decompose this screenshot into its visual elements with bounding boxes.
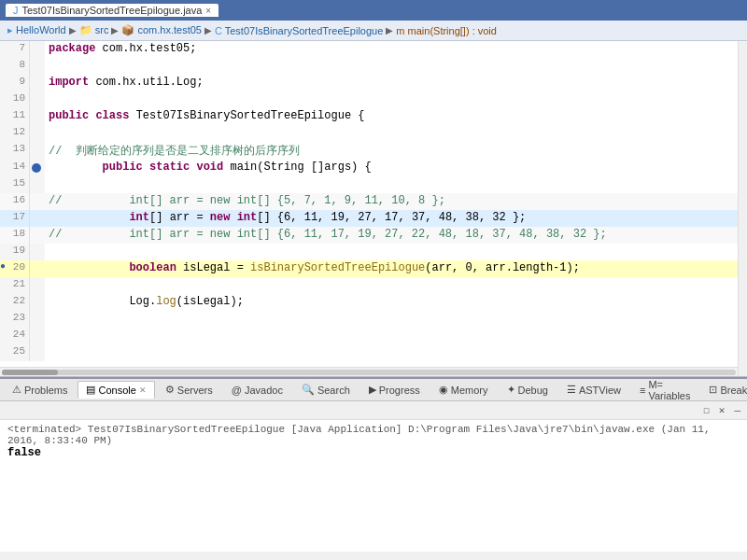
- console-output: <terminated> Test07IsBinarySortedTreeEpi…: [0, 420, 747, 552]
- code-line-12: 12: [0, 125, 747, 142]
- code-line-9: 9 import com.hx.util.Log;: [0, 75, 747, 91]
- code-line-23: 23: [0, 311, 747, 328]
- tab-variables-label: M= Variables: [648, 379, 690, 401]
- tab-search-label: Search: [317, 385, 350, 396]
- tab-search[interactable]: 🔍 Search: [293, 381, 359, 399]
- breadcrumb-project[interactable]: ▸ HelloWorld: [7, 24, 66, 36]
- tab-servers-label: Servers: [177, 385, 213, 396]
- tab-break-label: Break: [720, 385, 747, 396]
- folder-icon: 📁: [79, 24, 92, 35]
- javadoc-icon: @: [232, 385, 242, 396]
- breadcrumb-class[interactable]: C Test07IsBinarySortedTreeEpilogue: [215, 25, 383, 36]
- method-icon: m: [396, 25, 404, 36]
- editor-tab[interactable]: J Test07IsBinarySortedTreeEpilogue.java …: [6, 4, 218, 17]
- tab-variables[interactable]: ≡ M= Variables: [631, 376, 698, 404]
- breadcrumb-method[interactable]: m main(String[]) : void: [396, 25, 497, 36]
- breadcrumb-src[interactable]: 📁 src: [79, 24, 109, 36]
- scrollbar-thumb[interactable]: [2, 370, 58, 375]
- search-icon: 🔍: [302, 384, 315, 396]
- code-line-10: 10: [0, 91, 747, 108]
- tab-astview[interactable]: ☰ ASTView: [558, 381, 629, 399]
- tab-break[interactable]: ⊡ Break: [700, 381, 747, 399]
- servers-icon: ⚙: [165, 384, 175, 396]
- breadcrumb-package[interactable]: 📦 com.hx.test05: [121, 24, 202, 36]
- code-line-14: 14 public static void main(String []args…: [0, 160, 747, 176]
- title-bar: J Test07IsBinarySortedTreeEpilogue.java …: [0, 0, 747, 21]
- bottom-tab-bar: ⚠ Problems ▤ Console ✕ ⚙ Servers @ Javad…: [0, 379, 747, 401]
- code-line-13: 13 // 判断给定的序列是否是二叉排序树的后序序列: [0, 142, 747, 160]
- tab-debug-label: Debug: [518, 385, 548, 396]
- problems-icon: ⚠: [12, 384, 21, 396]
- debug-icon: ✦: [507, 384, 515, 396]
- bottom-panel: ⚠ Problems ▤ Console ✕ ⚙ Servers @ Javad…: [0, 377, 747, 550]
- tab-astview-label: ASTView: [579, 385, 621, 396]
- result-text: false: [7, 446, 41, 459]
- tab-javadoc[interactable]: @ Javadoc: [223, 382, 291, 399]
- close-console-button[interactable]: ✕: [716, 403, 728, 417]
- code-line-16: 16 // int[] arr = new int[] {5, 7, 1, 9,…: [0, 193, 747, 210]
- progress-icon: ▶: [369, 384, 376, 396]
- break-icon: ⊡: [709, 384, 717, 396]
- tab-memory-label: Memory: [451, 385, 488, 396]
- tab-progress-label: Progress: [379, 385, 420, 396]
- breadcrumb-sep4: ▶: [386, 25, 393, 35]
- package-icon: 📦: [121, 24, 134, 35]
- code-line-21: 21: [0, 277, 747, 294]
- clear-console-button[interactable]: ☐: [700, 403, 712, 417]
- console-close-icon[interactable]: ✕: [139, 385, 147, 395]
- horizontal-scrollbar[interactable]: [0, 367, 738, 376]
- memory-icon: ◉: [439, 384, 448, 396]
- terminated-text: <terminated> Test07IsBinarySortedTreeEpi…: [7, 424, 711, 446]
- tab-progress[interactable]: ▶ Progress: [360, 381, 429, 399]
- tab-bar: J Test07IsBinarySortedTreeEpilogue.java …: [6, 4, 218, 17]
- code-line-24: 24: [0, 328, 747, 344]
- code-line-19: 19: [0, 244, 747, 260]
- breadcrumb-sep1: ▶: [69, 25, 77, 35]
- code-line-7: 7 package com.hx.test05;: [0, 41, 747, 58]
- code-line-20: ●20 boolean isLegal = isBinarySortedTree…: [0, 260, 747, 277]
- scrollbar-track: [2, 370, 736, 375]
- tab-close-icon[interactable]: ×: [205, 6, 211, 16]
- tab-problems[interactable]: ⚠ Problems: [4, 381, 76, 399]
- code-line-17: 17 int[] arr = new int[] {6, 11, 19, 27,…: [0, 210, 747, 227]
- breadcrumb-sep3: ▶: [204, 25, 212, 35]
- project-icon: ▸: [7, 24, 13, 35]
- code-line-25: 25: [0, 344, 747, 361]
- console-toolbar: ☐ ✕ —: [0, 401, 747, 420]
- tab-console[interactable]: ▤ Console ✕: [78, 381, 154, 399]
- tab-javadoc-label: Javadoc: [245, 385, 283, 396]
- variables-icon: ≡: [640, 385, 645, 396]
- java-file-icon: J: [13, 5, 19, 16]
- console-result-line: false: [7, 446, 740, 459]
- astview-icon: ☰: [567, 384, 576, 396]
- tab-console-label: Console: [98, 385, 135, 396]
- code-line-22: 22 Log.log(isLegal);: [0, 294, 747, 311]
- code-line-11: 11 public class Test07IsBinarySortedTree…: [0, 108, 747, 125]
- class-icon: C: [215, 25, 222, 36]
- tab-problems-label: Problems: [24, 385, 67, 396]
- code-line-18: 18 // int[] arr = new int[] {6, 11, 17, …: [0, 227, 747, 244]
- tab-memory[interactable]: ◉ Memory: [430, 381, 497, 399]
- code-line-8: 8: [0, 58, 747, 75]
- console-icon: ▤: [86, 384, 95, 396]
- code-editor[interactable]: 7 package com.hx.test05; 8 9 import com.…: [0, 41, 747, 377]
- console-terminated-line: <terminated> Test07IsBinarySortedTreeEpi…: [7, 424, 740, 446]
- tab-debug[interactable]: ✦ Debug: [499, 381, 557, 399]
- vertical-scrollbar[interactable]: [738, 41, 747, 376]
- breadcrumb: ▸ HelloWorld ▶ 📁 src ▶ 📦 com.hx.test05 ▶…: [0, 21, 747, 41]
- breadcrumb-sep2: ▶: [111, 25, 119, 35]
- tab-label: Test07IsBinarySortedTreeEpilogue.java: [22, 5, 203, 16]
- minimize-console-button[interactable]: —: [731, 404, 743, 417]
- tab-servers[interactable]: ⚙ Servers: [157, 381, 221, 399]
- code-line-15: 15: [0, 176, 747, 193]
